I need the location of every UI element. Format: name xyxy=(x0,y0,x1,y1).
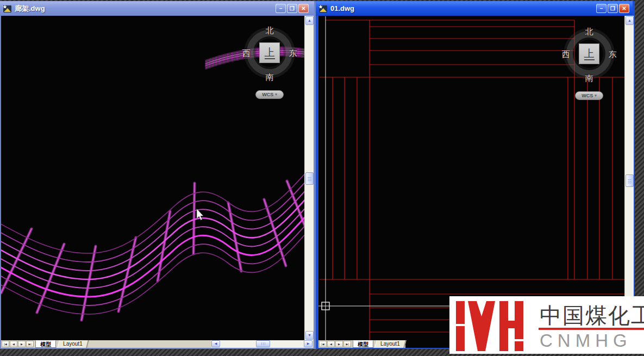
dwg-file-icon xyxy=(318,4,328,13)
restore-button[interactable]: ❒ xyxy=(287,4,297,13)
tab-next-button[interactable]: ▶ xyxy=(18,341,26,347)
window-title: 01.dwg xyxy=(330,4,354,13)
scroll-up-button[interactable]: ▲ xyxy=(305,16,314,25)
compass-east-label: 东 xyxy=(289,48,297,59)
tab-model[interactable]: 模型 xyxy=(35,340,56,348)
vertical-scroll-thumb[interactable] xyxy=(626,174,634,187)
dwg-file-icon xyxy=(3,4,12,13)
minimize-button[interactable]: – xyxy=(596,4,607,13)
horizontal-scroll-thumb[interactable] xyxy=(256,340,270,347)
yh-monogram xyxy=(454,298,530,352)
chevron-down-icon: ▾ xyxy=(275,92,277,97)
compass-north-label: 北 xyxy=(585,27,593,37)
restore-button[interactable]: ❒ xyxy=(608,4,618,13)
close-button[interactable]: ✕ xyxy=(298,4,309,13)
window-title: 廊架.dwg xyxy=(15,4,45,14)
tab-next-button[interactable]: ▶ xyxy=(335,341,343,347)
chevron-down-icon: ▾ xyxy=(595,93,597,98)
compass-south-label: 南 xyxy=(585,73,593,84)
compass-up-face[interactable]: 上 xyxy=(579,43,599,64)
compass-up-face[interactable]: 上 xyxy=(259,42,280,63)
drawing-canvas-plan[interactable]: 北 西 东 南 上 WCS ▾ xyxy=(318,16,625,340)
drawing-canvas-pergola[interactable]: 北 西 东 南 上 WCS ▾ xyxy=(1,16,304,340)
tab-layout1[interactable]: Layout1 xyxy=(57,340,89,348)
tab-model[interactable]: 模型 xyxy=(353,340,373,348)
wcs-dropdown[interactable]: WCS ▾ xyxy=(255,90,284,99)
compass-south-label: 南 xyxy=(266,72,274,83)
tab-layout1[interactable]: Layout1 xyxy=(374,340,406,348)
watermark-company-name: 中国煤化工 xyxy=(540,301,644,330)
tab-prev-button[interactable]: ◀ xyxy=(10,341,17,347)
compass-east-label: 东 xyxy=(609,49,617,60)
compass-west-label: 西 xyxy=(242,48,251,59)
scroll-down-button[interactable]: ▼ xyxy=(305,331,314,340)
layout-tab-bar: |◀ ◀ ▶ ▶| 模型 Layout1 ◀ ▶ xyxy=(1,340,314,348)
compass-north-label: 北 xyxy=(266,26,274,36)
scroll-up-button[interactable]: ▲ xyxy=(626,16,634,25)
titlebar-active[interactable]: 01.dwg – ❒ ✕ xyxy=(316,1,633,16)
tab-last-button[interactable]: ▶| xyxy=(343,341,351,347)
vertical-scrollbar[interactable]: ▲ ▼ xyxy=(304,16,314,340)
watermark-company-abbr: CNMHG xyxy=(540,330,632,351)
scroll-right-button[interactable]: ▶ xyxy=(304,340,312,347)
desktop: { "windows": { "left": { "title": "廊架.dw… xyxy=(0,0,644,356)
window-langjia-dwg: 廊架.dwg – ❒ ✕ xyxy=(0,1,316,349)
horizontal-scrollbar[interactable]: ◀ ▶ xyxy=(211,340,312,348)
watermark-logo: 中国煤化工 CNMHG xyxy=(449,296,644,354)
vertical-scrollbar[interactable]: ▲ ▼ xyxy=(624,16,634,340)
close-button[interactable]: ✕ xyxy=(619,4,629,13)
tab-first-button[interactable]: |◀ xyxy=(319,341,327,347)
tab-first-button[interactable]: |◀ xyxy=(2,341,9,347)
compass-west-label: 西 xyxy=(562,49,570,60)
vertical-scroll-thumb[interactable] xyxy=(305,172,314,185)
scroll-left-button[interactable]: ◀ xyxy=(211,340,220,347)
titlebar-inactive[interactable]: 廊架.dwg – ❒ ✕ xyxy=(0,1,314,16)
minimize-button[interactable]: – xyxy=(276,4,286,13)
wcs-dropdown[interactable]: WCS ▾ xyxy=(575,91,603,100)
watermark-divider xyxy=(539,328,644,330)
tab-last-button[interactable]: ▶| xyxy=(26,341,34,347)
tab-prev-button[interactable]: ◀ xyxy=(327,341,335,347)
